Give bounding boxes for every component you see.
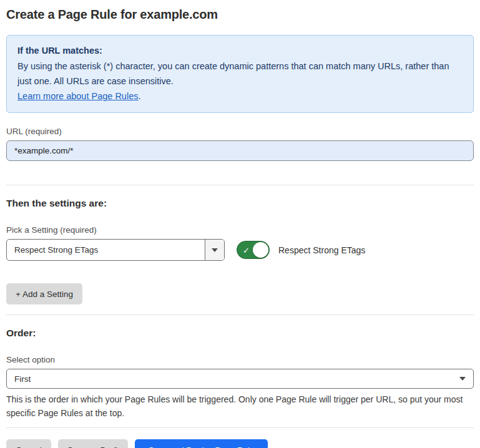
setting-row: Respect Strong ETags ✓ Respect Strong ET…	[6, 239, 474, 261]
create-page-rule-form: Create a Page Rule for example.com If th…	[0, 0, 480, 448]
page-title: Create a Page Rule for example.com	[6, 7, 474, 22]
order-help-text: This is the order in which your Page Rul…	[6, 393, 474, 420]
setting-select-arrow-button[interactable]	[205, 240, 224, 260]
form-actions: Cancel Save as Draft Save and Deploy Pag…	[6, 439, 474, 448]
divider	[6, 314, 474, 315]
info-box-link-row: Learn more about Page Rules.	[17, 89, 463, 104]
save-and-deploy-button[interactable]: Save and Deploy Page Rule	[135, 439, 268, 448]
url-match-info-box: If the URL matches: By using the asteris…	[6, 35, 474, 113]
save-as-draft-button[interactable]: Save as Draft	[58, 439, 128, 448]
settings-section-heading: Then the settings are:	[6, 198, 474, 209]
setting-select[interactable]: Respect Strong ETags	[6, 239, 225, 261]
chevron-down-icon	[459, 377, 466, 381]
info-box-heading: If the URL matches:	[17, 43, 463, 58]
pick-setting-label: Pick a Setting (required)	[6, 225, 474, 235]
setting-select-value: Respect Strong ETags	[7, 240, 205, 260]
url-input[interactable]	[6, 140, 474, 161]
url-field-label: URL (required)	[6, 127, 474, 136]
checkmark-icon: ✓	[243, 246, 250, 254]
info-box-body: By using the asterisk (*) character, you…	[17, 59, 463, 89]
learn-more-link[interactable]: Learn more about Page Rules	[17, 91, 138, 101]
cancel-button[interactable]: Cancel	[6, 439, 51, 448]
link-period: .	[138, 91, 140, 101]
divider	[6, 427, 474, 428]
add-setting-button[interactable]: + Add a Setting	[6, 283, 82, 304]
chevron-down-icon	[212, 248, 218, 252]
toggle-label: Respect Strong ETags	[278, 245, 365, 255]
etags-toggle[interactable]: ✓	[237, 241, 270, 259]
order-select-value: First	[14, 374, 459, 384]
order-section-heading: Order:	[6, 328, 474, 339]
divider	[6, 185, 474, 185]
info-box-body-text: By using the asterisk (*) character, you…	[17, 61, 449, 86]
toggle-knob	[253, 242, 268, 258]
order-select-label: Select option	[6, 355, 474, 364]
order-select[interactable]: First	[6, 369, 474, 389]
